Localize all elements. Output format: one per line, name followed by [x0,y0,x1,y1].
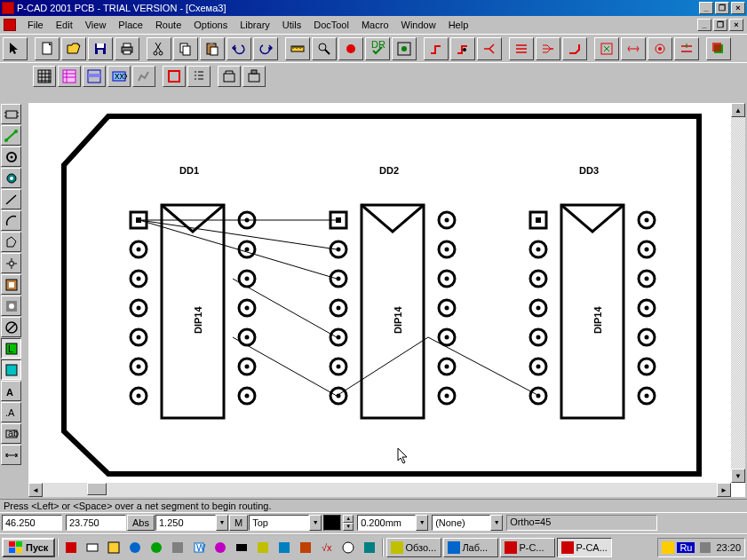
place-room-button[interactable] [1,359,21,380]
menu-doctool[interactable]: DocTool [307,18,355,32]
doc-icon[interactable] [4,19,16,31]
menu-window[interactable]: Window [395,18,442,32]
minimize-button[interactable]: _ [697,19,711,31]
minimize-len-button[interactable] [621,37,646,60]
task-button[interactable]: Обзо... [386,538,441,557]
menu-view[interactable]: View [79,18,113,32]
paste-button[interactable] [200,37,225,60]
redo-button[interactable] [253,37,278,60]
chart-button[interactable] [132,66,155,87]
restore-button[interactable]: ❐ [713,19,727,31]
route-manual-button[interactable] [424,37,449,60]
route-bus-button[interactable] [509,37,534,60]
layer-up-button[interactable]: ▲ [343,515,354,523]
menu-macro[interactable]: Macro [355,18,395,32]
place-polygon-button[interactable] [1,232,21,252]
open-button[interactable] [61,37,86,60]
new-button[interactable] [35,37,60,60]
scroll-right-button[interactable]: ► [717,483,731,497]
measure-button[interactable] [285,37,310,60]
cut-button[interactable] [147,37,171,60]
print-button[interactable] [115,37,139,60]
task-button[interactable]: P-CA... [557,538,612,557]
menu-edit[interactable]: Edit [50,18,79,32]
menu-library[interactable]: Library [234,18,276,32]
menu-options[interactable]: Options [187,18,234,32]
route-miter-button[interactable] [562,37,587,60]
layer-down-button[interactable]: ▼ [343,523,354,531]
refresh-button[interactable] [218,66,241,87]
list-button[interactable] [187,66,211,87]
grid-field[interactable] [155,515,216,531]
layer-field[interactable] [249,515,309,531]
quick-launch-item[interactable] [104,538,123,557]
menu-file[interactable]: File [21,18,50,32]
route-interactive-button[interactable] [450,37,475,60]
quick-launch-item[interactable] [296,538,315,557]
maximize-hug-button[interactable] [594,37,619,60]
quick-launch-item[interactable] [274,538,294,557]
quick-launch-item[interactable] [253,538,273,557]
horizontal-scrollbar[interactable]: ◄ ► [28,483,731,497]
highlight-button[interactable] [163,66,186,87]
scroll-down-button[interactable]: ▼ [731,469,745,483]
net-field[interactable] [432,515,490,531]
quick-launch-item[interactable] [360,538,379,557]
copy-button[interactable] [173,37,198,60]
quick-launch-item[interactable] [61,538,81,557]
quick-launch-item[interactable] [83,538,102,557]
zoom-button[interactable] [312,37,337,60]
quick-launch-item[interactable] [232,538,251,557]
layer-color-swatch[interactable] [323,515,341,531]
quick-launch-item[interactable] [338,538,358,557]
tray-icon[interactable] [662,541,674,554]
chevron-down-icon[interactable]: ▼ [416,515,428,531]
menu-route[interactable]: Route [149,18,187,32]
layer-combo[interactable]: ▼ [249,515,322,531]
quick-launch-item[interactable] [168,538,187,557]
task-button[interactable]: P-C... [500,538,555,557]
width-combo[interactable]: ▼ [357,515,428,531]
scroll-thumb[interactable] [87,483,107,495]
mdi-minimize-button[interactable]: _ [699,2,713,14]
coord-x-field[interactable] [2,515,62,531]
place-copper-pour-button[interactable] [1,274,21,295]
route-fanout-button[interactable] [477,37,502,60]
chevron-down-icon[interactable]: ▼ [309,515,322,531]
abs-button[interactable]: Abs [127,515,155,531]
place-field-button[interactable]: ab [1,423,21,444]
quick-launch-item[interactable] [147,538,166,557]
quick-launch-item[interactable]: W [189,538,209,557]
push-trace-button[interactable] [674,37,699,60]
place-point-button[interactable] [1,253,21,273]
place-attribute-button[interactable]: .A [1,402,21,422]
place-keepout-button[interactable] [1,317,21,337]
place-plane-button[interactable]: L [1,338,21,359]
place-component-button[interactable] [1,104,21,124]
table-layer-button[interactable]: xxx [107,66,131,87]
place-dimension-button[interactable] [1,445,21,465]
mdi-restore-button[interactable]: ❐ [715,2,729,14]
visible-routing-button[interactable] [648,37,672,60]
coord-y-field[interactable] [66,515,126,531]
layers-button[interactable] [706,37,731,60]
scroll-left-button[interactable]: ◄ [28,483,43,497]
task-button[interactable]: Лаб... [443,538,498,557]
quick-launch-item[interactable]: √x [317,538,337,557]
scroll-up-button[interactable]: ▲ [731,103,745,117]
lang-indicator[interactable]: Ru [677,542,695,553]
save-button[interactable] [88,37,113,60]
start-button[interactable]: Пуск [2,538,55,557]
quick-launch-item[interactable] [211,538,230,557]
place-via-button[interactable] [1,168,21,188]
grid-combo[interactable]: ▼ [155,515,228,531]
quick-launch-item[interactable] [125,538,145,557]
drc-setup-button[interactable] [392,37,417,60]
net-combo[interactable]: ▼ [432,515,503,531]
drc-button[interactable]: DRC [365,37,390,60]
undo-button[interactable] [226,37,251,60]
menu-utils[interactable]: Utils [276,18,307,32]
m-button[interactable]: M [229,515,248,531]
chevron-down-icon[interactable]: ▼ [216,515,228,531]
place-pad-button[interactable] [1,146,21,167]
